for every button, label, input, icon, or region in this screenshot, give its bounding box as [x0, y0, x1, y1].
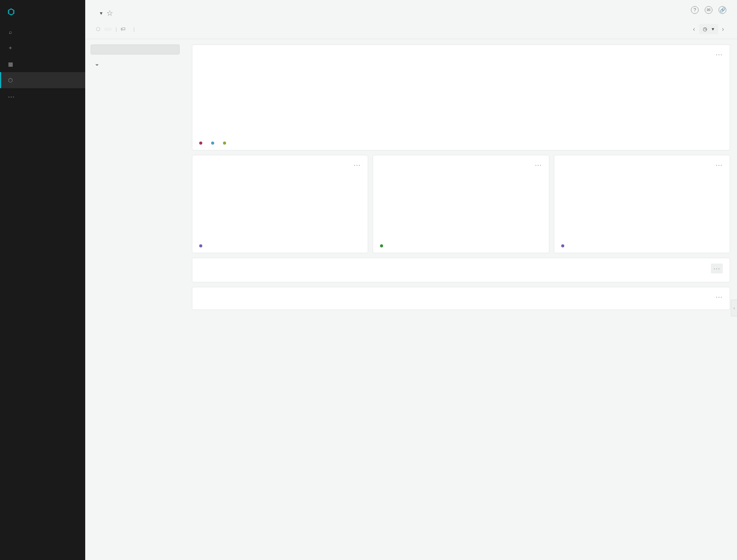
charts-area: ⋯ ⋯ ⋯ — [185, 39, 737, 560]
clock-icon: ◷ — [703, 26, 707, 32]
card-menu-icon[interactable]: ⋯ — [711, 264, 723, 273]
nav-all-capabilities[interactable]: ▦ — [0, 56, 85, 72]
collapse-panel-button[interactable]: ‹ — [731, 300, 737, 316]
card-throughput-bps: ⋯ — [192, 155, 368, 253]
main: ▾ ☆ ? ✉ 🔗 ⬡ | 🏷 | ‹ ◷ ▾ › — [85, 0, 737, 560]
title-dropdown-icon[interactable]: ▾ — [100, 10, 102, 16]
nav-all-entities[interactable]: ⬡ — [0, 72, 85, 88]
card-attr-table: ⋯ — [192, 258, 730, 282]
card-sample-table: ⋯ — [192, 287, 730, 310]
plus-icon: ＋ — [7, 44, 14, 51]
subnav: ⌄ — [85, 39, 185, 560]
chevron-down-icon: ▾ — [712, 26, 714, 32]
card-menu-icon[interactable]: ⋯ — [716, 161, 723, 169]
plugin-chip[interactable] — [104, 28, 112, 31]
nav-search[interactable]: ⌕ — [0, 24, 85, 40]
topbar: ▾ ☆ ? ✉ 🔗 — [85, 0, 737, 21]
card-response-dist: ⋯ — [192, 44, 730, 150]
time-picker[interactable]: ◷ ▾ — [699, 24, 718, 34]
chart-throughput-rpm — [561, 172, 723, 241]
sidebar: ⌕ ＋ ▦ ⬡ … — [0, 0, 85, 560]
nav-add-data[interactable]: ＋ — [0, 40, 85, 56]
legend — [199, 142, 723, 145]
grid-icon: ▦ — [7, 61, 14, 68]
card-menu-icon[interactable]: ⋯ — [354, 161, 361, 169]
nav-more[interactable]: … — [0, 88, 85, 102]
card-menu-icon[interactable]: ⋯ — [535, 161, 542, 169]
top-icons: ? ✉ 🔗 — [691, 6, 726, 14]
logo[interactable] — [0, 0, 85, 24]
help-icon[interactable]: ? — [691, 6, 699, 14]
time-prev-button[interactable]: ‹ — [691, 24, 697, 34]
tag-icon[interactable]: 🏷 — [121, 26, 126, 32]
card-errors: ⋯ — [373, 155, 549, 253]
chart-response-dist — [199, 62, 723, 138]
meta-row: ⬡ | 🏷 | ‹ ◷ ▾ › — [85, 21, 737, 39]
card-menu-icon[interactable]: ⋯ — [716, 293, 723, 301]
subnav-logs[interactable] — [91, 91, 180, 100]
subnav-nerd-store[interactable] — [91, 100, 180, 109]
more-views-toggle[interactable]: ⌄ — [91, 54, 180, 72]
newrelic-icon — [7, 8, 15, 16]
search-icon: ⌕ — [7, 28, 14, 35]
subnav-events-explorer[interactable] — [91, 82, 180, 91]
chart-errors — [380, 172, 542, 241]
entity-status-icon: ⬡ — [96, 26, 100, 32]
inbox-icon[interactable]: ✉ — [705, 6, 712, 14]
chart-throughput-bps — [199, 172, 361, 241]
chevron-down-icon: ⌄ — [94, 60, 99, 67]
card-throughput-rpm: ⋯ — [554, 155, 730, 253]
link-icon[interactable]: 🔗 — [719, 6, 726, 14]
card-menu-icon[interactable]: ⋯ — [716, 50, 723, 59]
favorite-icon[interactable]: ☆ — [106, 8, 113, 18]
time-next-button[interactable]: › — [720, 24, 726, 34]
content: ⌄ ⋯ — [85, 39, 737, 560]
hexagon-icon: ⬡ — [7, 77, 14, 84]
subnav-summary[interactable] — [91, 44, 180, 54]
subnav-add-app[interactable] — [91, 72, 180, 82]
